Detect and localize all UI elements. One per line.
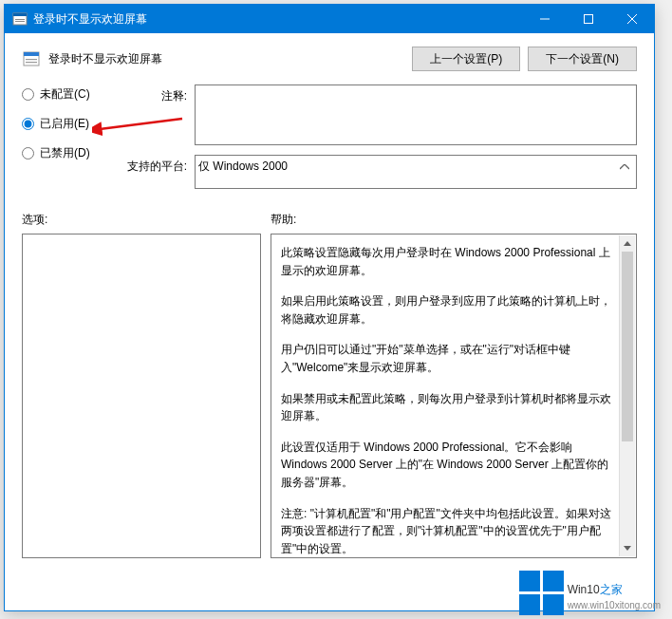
watermark-text: Win10之家 bbox=[568, 574, 623, 599]
watermark-url: www.win10xitong.com bbox=[568, 600, 661, 611]
options-label: 选项: bbox=[22, 212, 271, 228]
scroll-thumb[interactable] bbox=[622, 252, 633, 441]
help-text: 如果启用此策略设置，则用户登录到应用了此策略的计算机上时，将隐藏欢迎屏幕。 bbox=[281, 292, 617, 328]
scroll-down-icon[interactable] bbox=[620, 540, 635, 556]
radio-not-configured[interactable]: 未配置(C) bbox=[22, 86, 113, 103]
help-text: 如果禁用或未配置此策略，则每次用户登录到计算机时都将显示欢迎屏幕。 bbox=[281, 390, 617, 425]
maximize-button[interactable] bbox=[567, 5, 610, 33]
svg-rect-3 bbox=[15, 21, 25, 22]
help-pane: 此策略设置隐藏每次用户登录时在 Windows 2000 Professiona… bbox=[271, 234, 637, 558]
radio-enabled[interactable]: 已启用(E) bbox=[22, 116, 113, 132]
help-text: 此设置仅适用于 Windows 2000 Professional。它不会影响 … bbox=[281, 439, 617, 492]
platform-value: 仅 Windows 2000 bbox=[198, 159, 288, 175]
help-text: 用户仍旧可以通过"开始"菜单选择，或在"运行"对话框中键入"Welcome"来显… bbox=[281, 341, 617, 376]
svg-rect-9 bbox=[24, 52, 39, 56]
policy-icon bbox=[22, 49, 41, 68]
svg-rect-11 bbox=[26, 62, 37, 63]
svg-rect-5 bbox=[585, 15, 593, 24]
platform-label: 支持的平台: bbox=[126, 155, 195, 189]
svg-rect-10 bbox=[26, 59, 37, 60]
watermark: Win10之家 www.win10xitong.com bbox=[519, 571, 661, 615]
content-area: 登录时不显示欢迎屏幕 上一个设置(P) 下一个设置(N) 未配置(C) 已启用(… bbox=[5, 33, 654, 573]
options-pane bbox=[22, 234, 261, 558]
minimize-button[interactable] bbox=[523, 5, 567, 33]
platform-field: 仅 Windows 2000 bbox=[195, 155, 637, 189]
help-text: 此策略设置隐藏每次用户登录时在 Windows 2000 Professiona… bbox=[281, 244, 617, 279]
scroll-up-icon[interactable] bbox=[620, 235, 635, 252]
chevron-up-icon[interactable] bbox=[616, 159, 633, 176]
comment-label: 注释: bbox=[126, 84, 195, 145]
windows-logo-icon bbox=[519, 571, 564, 615]
window-controls bbox=[523, 5, 654, 33]
titlebar-icon bbox=[12, 11, 28, 27]
close-button[interactable] bbox=[610, 5, 654, 33]
header-title: 登录时不显示欢迎屏幕 bbox=[48, 51, 162, 67]
titlebar-title: 登录时不显示欢迎屏幕 bbox=[33, 11, 523, 28]
svg-rect-1 bbox=[13, 13, 27, 16]
scrollbar[interactable] bbox=[619, 235, 635, 556]
prev-setting-button[interactable]: 上一个设置(P) bbox=[412, 47, 520, 71]
titlebar[interactable]: 登录时不显示欢迎屏幕 bbox=[5, 5, 654, 33]
comment-textarea[interactable] bbox=[195, 84, 637, 145]
svg-rect-2 bbox=[15, 19, 25, 20]
policy-editor-window: 登录时不显示欢迎屏幕 登录时不显示欢迎屏幕 上一个设置(P) 下一个设置(N) … bbox=[4, 4, 655, 611]
state-radios: 未配置(C) 已启用(E) 已禁用(D) bbox=[22, 84, 113, 198]
next-setting-button[interactable]: 下一个设置(N) bbox=[528, 47, 637, 71]
help-label: 帮助: bbox=[271, 212, 296, 228]
radio-disabled[interactable]: 已禁用(D) bbox=[22, 145, 113, 161]
help-text: 注意: "计算机配置"和"用户配置"文件夹中均包括此设置。如果对这两项设置都进行… bbox=[281, 505, 617, 558]
